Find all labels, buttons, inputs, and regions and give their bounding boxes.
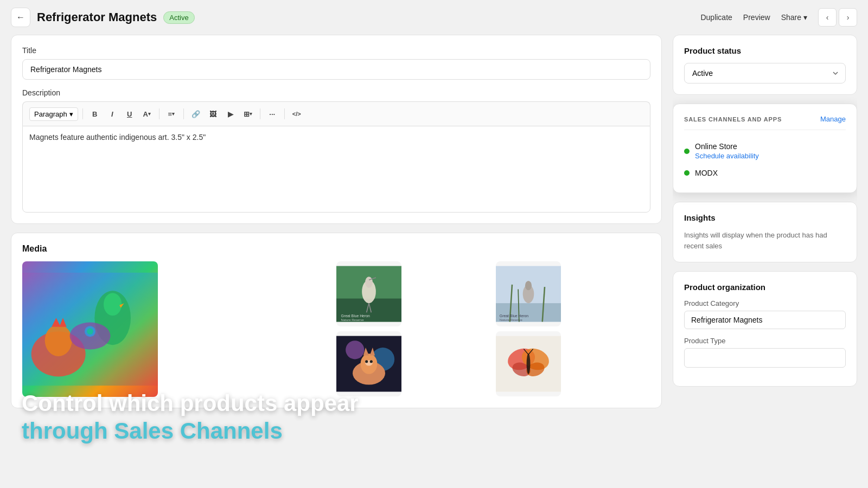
insights-title: Insights: [684, 213, 846, 222]
category-label: Product Category: [684, 299, 846, 307]
main-content: Title Description Paragraph ▾ B I U: [0, 35, 868, 488]
channel-item-modx: MODX: [684, 164, 846, 182]
description-section: Description Paragraph ▾ B I U A ▾: [22, 88, 650, 213]
svg-point-14: [365, 277, 373, 288]
image-button[interactable]: 🖼: [206, 106, 221, 121]
svg-point-26: [525, 281, 532, 290]
svg-text:Nature Reserve: Nature Reserve: [341, 318, 365, 322]
svg-point-10: [87, 328, 93, 335]
code-button[interactable]: </>: [289, 106, 304, 121]
online-store-info: Online Store Schedule availability: [695, 142, 759, 160]
title-label: Title: [22, 46, 650, 55]
modx-name: MODX: [695, 169, 718, 177]
video-button[interactable]: ▶: [223, 106, 238, 121]
media-heading: Media: [22, 244, 650, 254]
link-button[interactable]: 🔗: [188, 106, 203, 121]
media-item-heron-1[interactable]: Great Blue Heron Nature Reserve: [336, 261, 401, 326]
paragraph-select[interactable]: Paragraph ▾: [29, 107, 78, 121]
media-item-butterfly[interactable]: [496, 331, 561, 396]
status-badge: Active: [163, 11, 194, 24]
prev-product-button[interactable]: ‹: [818, 8, 837, 27]
toolbar-divider-2: [159, 108, 159, 119]
page-title: Refrigerator Magnets: [37, 10, 157, 24]
sales-channels-header: SALES CHANNELS AND APPS Manage: [684, 115, 846, 130]
type-label: Product Type: [684, 337, 846, 345]
top-header: ← Refrigerator Magnets Active Duplicate …: [0, 0, 868, 35]
colorful-birds-image: [22, 261, 158, 397]
svg-text:Great Blue Heron: Great Blue Heron: [341, 314, 370, 318]
left-column: Title Description Paragraph ▾ B I U: [11, 35, 662, 477]
svg-text:Nature Reserve: Nature Reserve: [499, 318, 522, 322]
modx-status-dot: [684, 170, 690, 176]
insights-description: Insights will display when the product h…: [684, 230, 846, 251]
media-item-fox[interactable]: [336, 331, 401, 396]
share-button[interactable]: Share ▾: [781, 13, 807, 22]
preview-button[interactable]: Preview: [743, 13, 770, 22]
product-details-card: Title Description Paragraph ▾ B I U: [11, 35, 662, 224]
online-store-status-dot: [684, 149, 690, 154]
product-organization-card: Product organization Product Category Re…: [673, 271, 857, 387]
sales-channels-card: SALES CHANNELS AND APPS Manage Online St…: [673, 104, 857, 193]
toolbar-divider-1: [82, 108, 83, 119]
table-button[interactable]: ⊞ ▾: [240, 106, 256, 121]
status-select[interactable]: Active Draft Archived: [684, 63, 846, 84]
header-actions: Duplicate Preview Share ▾ ‹ ›: [700, 8, 857, 27]
channel-item-online-store: Online Store Schedule availability: [684, 138, 846, 164]
type-field: Product Type: [684, 337, 846, 368]
toolbar-divider-4: [260, 108, 260, 119]
svg-point-37: [365, 360, 368, 363]
category-field: Product Category Refrigerator Magnets: [684, 299, 846, 329]
svg-point-2: [45, 325, 72, 356]
underline-button[interactable]: U: [122, 106, 137, 121]
toolbar-divider-3: [183, 108, 184, 119]
align-button[interactable]: ≡ ▾: [164, 106, 179, 121]
right-column: Product status Active Draft Archived SAL…: [673, 35, 857, 477]
category-value[interactable]: Refrigerator Magnets: [684, 311, 846, 329]
sales-channels-title: SALES CHANNELS AND APPS: [684, 116, 782, 123]
organization-title: Product organization: [684, 282, 846, 292]
description-editor[interactable]: Magnets feature authentic indigenous art…: [22, 126, 650, 213]
navigation-arrows: ‹ ›: [818, 8, 857, 27]
svg-point-38: [370, 360, 373, 363]
next-product-button[interactable]: ›: [839, 8, 857, 27]
title-input[interactable]: [22, 59, 650, 80]
media-item-heron-2[interactable]: Great Blue Heron Nature Reserve: [496, 261, 561, 326]
font-color-button[interactable]: A ▾: [139, 106, 155, 121]
schedule-availability-link[interactable]: Schedule availability: [695, 152, 759, 160]
back-button[interactable]: ←: [11, 8, 30, 27]
type-value[interactable]: [684, 348, 846, 368]
svg-text:Great Blue Heron: Great Blue Heron: [499, 314, 528, 318]
svg-point-44: [526, 354, 530, 374]
editor-toolbar: Paragraph ▾ B I U A ▾ ≡: [22, 101, 650, 126]
online-store-name: Online Store: [695, 142, 759, 151]
italic-button[interactable]: I: [105, 106, 120, 121]
media-card: Media: [11, 233, 662, 408]
manage-link[interactable]: Manage: [820, 115, 846, 123]
svg-point-6: [104, 293, 122, 316]
media-grid: Great Blue Heron Nature Reserve: [22, 261, 650, 397]
insights-card: Insights Insights will display when the …: [673, 202, 857, 262]
product-status-title: Product status: [684, 46, 846, 55]
more-button[interactable]: ···: [265, 106, 280, 121]
duplicate-button[interactable]: Duplicate: [700, 13, 732, 22]
modx-info: MODX: [695, 169, 718, 177]
bold-button[interactable]: B: [87, 106, 103, 121]
product-status-card: Product status Active Draft Archived: [673, 35, 857, 95]
media-item-large[interactable]: [22, 261, 158, 397]
svg-point-30: [346, 341, 364, 359]
description-label: Description: [22, 88, 650, 97]
toolbar-divider-5: [284, 108, 285, 119]
